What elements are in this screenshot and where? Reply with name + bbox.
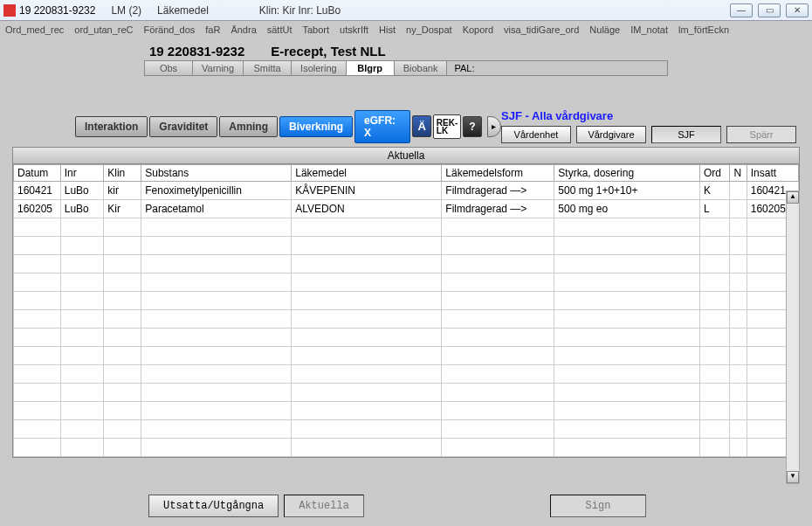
pill-a-umlaut[interactable]: Ä: [412, 115, 430, 137]
cell-styrka: [554, 402, 700, 420]
pill-interaktion[interactable]: Interaktion: [75, 116, 148, 137]
cell-styrka: [554, 273, 700, 292]
col-klin[interactable]: Klin: [104, 165, 141, 182]
menu-sattut[interactable]: sättUt: [267, 24, 292, 35]
menu-kopord[interactable]: Kopord: [463, 24, 493, 35]
maximize-button[interactable]: ▭: [758, 3, 781, 17]
btn-utsatta[interactable]: Utsatta/Utgångna: [148, 495, 279, 517]
menu-ny-dospat[interactable]: ny_Dospat: [406, 24, 452, 35]
col-datum[interactable]: Datum: [14, 165, 61, 182]
cell-klin: [104, 255, 141, 273]
col-lakemedel[interactable]: Läkemedel: [292, 165, 442, 182]
cell-datum: [14, 402, 61, 420]
table-row[interactable]: [14, 273, 799, 292]
cell-n: [730, 420, 747, 439]
strip-biobank[interactable]: Biobank: [395, 61, 448, 75]
menu-far[interactable]: faR: [205, 24, 220, 35]
menu-utskrift[interactable]: utskrIft: [340, 24, 368, 35]
table-row[interactable]: 160205LuBoKirParacetamolALVEDONFilmdrage…: [14, 200, 799, 218]
table-row[interactable]: [14, 218, 799, 237]
title-lm: LM (2): [111, 4, 141, 17]
btn-vardgivare[interactable]: Vårdgivare: [576, 126, 646, 143]
cell-substans: Paracetamol: [141, 200, 292, 218]
scroll-up-icon[interactable]: ▲: [787, 191, 799, 204]
cell-inr: [60, 384, 103, 402]
menu-andra[interactable]: Ändra: [231, 24, 256, 35]
cell-n: [730, 200, 747, 218]
pill-egfr[interactable]: eGFR: X: [354, 110, 410, 143]
btn-aktuella[interactable]: Aktuella: [284, 495, 364, 517]
col-substans[interactable]: Substans: [141, 165, 292, 182]
table-row[interactable]: [14, 292, 799, 310]
cell-inr: [60, 365, 103, 384]
title-klin-inr: Klin: Kir Inr: LuBo: [259, 4, 341, 17]
col-insatt[interactable]: Insatt: [747, 165, 798, 182]
col-n[interactable]: N: [730, 165, 747, 182]
table-row[interactable]: [14, 365, 799, 384]
col-inr[interactable]: Inr: [60, 165, 103, 182]
table-row[interactable]: [14, 402, 799, 420]
cell-n: [730, 255, 747, 273]
cell-styrka: [554, 292, 700, 310]
cell-styrka: [554, 420, 700, 439]
menu-im-notat[interactable]: IM_notat: [630, 24, 668, 35]
cell-datum: [14, 273, 61, 292]
btn-sign[interactable]: Sign: [550, 495, 646, 517]
cell-n: [730, 292, 747, 310]
table-row[interactable]: [14, 384, 799, 402]
btn-sjf[interactable]: SJF: [651, 126, 721, 143]
strip-isolering[interactable]: Isolering: [292, 61, 347, 75]
strip-blgrp[interactable]: Blgrp: [347, 61, 395, 75]
strip-varning[interactable]: Varning: [193, 61, 244, 75]
cell-klin: [104, 384, 141, 402]
pill-amning[interactable]: Amning: [219, 116, 278, 137]
btn-sparr[interactable]: Spärr: [726, 126, 796, 143]
cell-inr: [60, 347, 103, 365]
menu-ord-med-rec[interactable]: Ord_med_rec: [5, 24, 64, 35]
cell-styrka: [554, 439, 700, 457]
pill-graviditet[interactable]: Graviditet: [149, 116, 217, 137]
strip-obs[interactable]: Obs: [145, 61, 193, 75]
col-lakemedelsform[interactable]: Läkemedelsform: [442, 165, 554, 182]
cell-klin: Kir: [104, 200, 141, 218]
strip-smitta[interactable]: Smitta: [244, 61, 292, 75]
table-row[interactable]: [14, 310, 799, 329]
cell-lakemedel: [292, 439, 442, 457]
table-row[interactable]: [14, 237, 799, 255]
menu-lm-forteckn[interactable]: lm_förtEckn: [678, 24, 729, 35]
table-row[interactable]: [14, 329, 799, 347]
expand-arrow-icon[interactable]: ▸: [487, 116, 501, 137]
close-button[interactable]: ✕: [786, 3, 809, 17]
btn-vardenhet[interactable]: Vårdenhet: [501, 126, 571, 143]
table-scrollbar[interactable]: ▲ ▼: [786, 190, 800, 484]
menu-nulage[interactable]: Nuläge: [589, 24, 620, 35]
pill-rek[interactable]: REK- LK: [433, 114, 461, 139]
cell-klin: [104, 292, 141, 310]
menu-ord-utan-rec[interactable]: ord_utan_reC: [74, 24, 133, 35]
table-row[interactable]: [14, 347, 799, 365]
col-styrka[interactable]: Styrka, dosering: [554, 165, 700, 182]
cell-form: [442, 218, 554, 237]
table-row[interactable]: [14, 420, 799, 439]
menu-visa-tidigare-ord[interactable]: visa_tidiGare_ord: [504, 24, 579, 35]
scroll-down-icon[interactable]: ▼: [787, 471, 799, 483]
cell-lakemedel: [292, 347, 442, 365]
menu-forand-dos[interactable]: Föränd_dos: [144, 24, 196, 35]
pill-biverkning[interactable]: Biverkning: [279, 116, 353, 137]
menu-tabort[interactable]: Tabort: [302, 24, 329, 35]
table-row[interactable]: [14, 439, 799, 457]
cell-datum: [14, 384, 61, 402]
cell-lakemedel: [292, 329, 442, 347]
table-row[interactable]: 160421LuBokirFenoximetylpenicillinKÅVEPE…: [14, 182, 799, 200]
patient-header: 19 220831-9232 E-recept, Test NLL Obs Va…: [144, 42, 668, 76]
cell-klin: [104, 439, 141, 457]
cell-n: [730, 329, 747, 347]
cell-ord: [700, 273, 730, 292]
table-row[interactable]: [14, 255, 799, 273]
pill-help[interactable]: ?: [463, 116, 481, 137]
menu-hist[interactable]: Hist: [379, 24, 396, 35]
cell-form: [442, 420, 554, 439]
cell-n: [730, 182, 747, 200]
col-ord[interactable]: Ord: [700, 165, 730, 182]
minimize-button[interactable]: —: [730, 3, 753, 17]
